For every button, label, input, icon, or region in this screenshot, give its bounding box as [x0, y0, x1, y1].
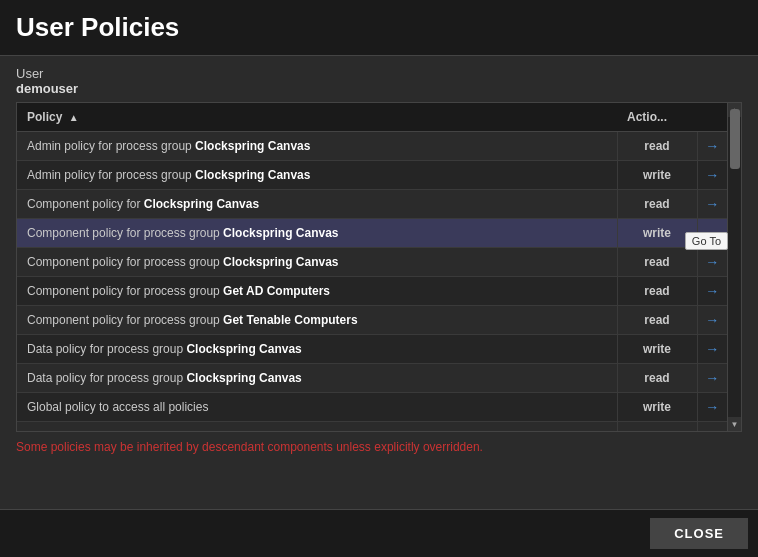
goto-arrow-cell[interactable]: →: [697, 219, 727, 248]
goto-column-header: [697, 103, 727, 132]
sort-icon: ▲: [69, 112, 79, 123]
policy-cell: Component policy for Clockspring Canvas: [17, 190, 617, 219]
policy-cell: Component policy for process group Clock…: [17, 219, 617, 248]
policy-cell: Global policy to access all policies: [17, 422, 617, 432]
table-row: Global policy to access all policiesread…: [17, 422, 727, 432]
table-row: Component policy for process group Get A…: [17, 277, 727, 306]
policy-cell: Data policy for process group Clocksprin…: [17, 335, 617, 364]
footer-buttons: CLOSE: [0, 509, 758, 557]
action-cell: read: [617, 248, 697, 277]
policy-cell: Admin policy for process group Clockspri…: [17, 161, 617, 190]
action-cell: write: [617, 161, 697, 190]
policy-table-container: Policy ▲ Actio... Admin policy for proce…: [16, 102, 742, 432]
page-title: User Policies: [16, 12, 742, 43]
action-cell: read: [617, 306, 697, 335]
goto-arrow-cell[interactable]: →: [697, 306, 727, 335]
goto-arrow-cell[interactable]: →: [697, 393, 727, 422]
user-section: User demouser: [0, 56, 758, 102]
table-row: Global policy to access all policieswrit…: [17, 393, 727, 422]
action-cell: read: [617, 364, 697, 393]
table-scroll[interactable]: Policy ▲ Actio... Admin policy for proce…: [17, 103, 727, 431]
goto-arrow-cell[interactable]: →: [697, 335, 727, 364]
close-button[interactable]: CLOSE: [650, 518, 748, 549]
table-row: Component policy for process group Clock…: [17, 248, 727, 277]
action-cell: read: [617, 277, 697, 306]
footer-note: Some policies may be inherited by descen…: [0, 432, 758, 462]
table-row: Component policy for process group Clock…: [17, 219, 727, 248]
table-row: Admin policy for process group Clockspri…: [17, 132, 727, 161]
header: User Policies: [0, 0, 758, 56]
policy-cell: Global policy to access all policies: [17, 393, 617, 422]
action-column-header[interactable]: Actio...: [617, 103, 697, 132]
action-cell: read: [617, 132, 697, 161]
goto-arrow-cell[interactable]: →: [697, 190, 727, 219]
action-cell: read: [617, 422, 697, 432]
table-row: Data policy for process group Clocksprin…: [17, 335, 727, 364]
table-row: Data policy for process group Clocksprin…: [17, 364, 727, 393]
policy-table: Policy ▲ Actio... Admin policy for proce…: [17, 103, 727, 431]
policy-cell: Data policy for process group Clocksprin…: [17, 364, 617, 393]
goto-arrow-cell[interactable]: →: [697, 364, 727, 393]
policy-cell: Component policy for process group Get T…: [17, 306, 617, 335]
table-row: Component policy for process group Get T…: [17, 306, 727, 335]
table-row: Component policy for Clockspring Canvasr…: [17, 190, 727, 219]
scroll-down-arrow[interactable]: ▼: [728, 417, 741, 431]
action-cell: write: [617, 393, 697, 422]
user-label: User: [16, 66, 742, 81]
goto-arrow-cell[interactable]: →: [697, 277, 727, 306]
policy-cell: Component policy for process group Get A…: [17, 277, 617, 306]
goto-arrow-cell[interactable]: →: [697, 132, 727, 161]
scrollbar[interactable]: ▲ ▼: [727, 103, 741, 431]
scroll-thumb[interactable]: [730, 109, 740, 169]
table-row: Admin policy for process group Clockspri…: [17, 161, 727, 190]
goto-arrow-cell[interactable]: →: [697, 161, 727, 190]
action-cell: read: [617, 190, 697, 219]
goto-arrow-cell[interactable]: →: [697, 422, 727, 432]
action-cell: write: [617, 335, 697, 364]
goto-arrow-cell[interactable]: →: [697, 248, 727, 277]
policy-cell: Component policy for process group Clock…: [17, 248, 617, 277]
policy-cell: Admin policy for process group Clockspri…: [17, 132, 617, 161]
policy-column-header[interactable]: Policy ▲: [17, 103, 617, 132]
action-cell: write: [617, 219, 697, 248]
username: demouser: [16, 81, 742, 96]
